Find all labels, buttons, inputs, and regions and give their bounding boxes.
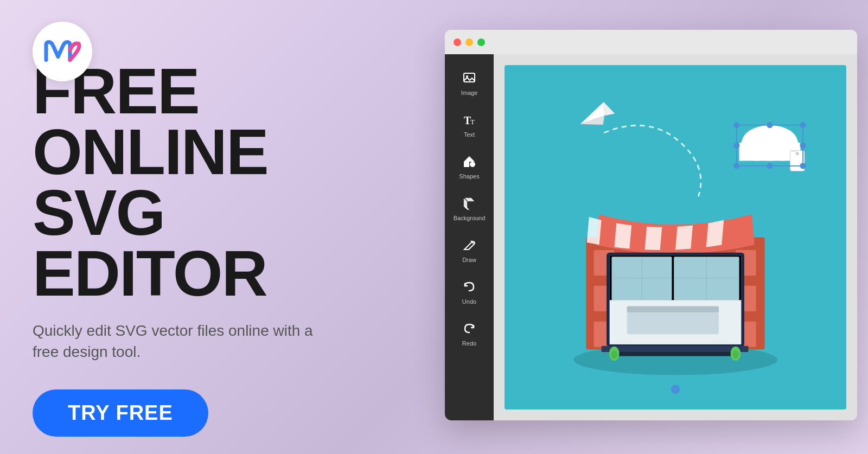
toolbar: Image T T Text <box>445 54 494 420</box>
svg-point-62 <box>733 163 739 169</box>
svg-marker-6 <box>464 156 475 162</box>
browser-dot-red <box>454 39 461 46</box>
svg-point-66 <box>733 143 739 149</box>
main-heading: FREE ONLINE SVG EDITOR <box>33 61 401 304</box>
right-section: Image T T Text <box>401 0 868 454</box>
logo-container <box>33 22 92 81</box>
svg-point-46 <box>611 350 617 359</box>
svg-point-48 <box>732 350 738 359</box>
tool-undo-label: Undo <box>462 298 476 305</box>
canvas-illustration <box>505 65 846 410</box>
tool-redo[interactable]: Redo <box>448 316 491 353</box>
svg-text:T: T <box>470 118 475 126</box>
text-icon: T T <box>463 113 476 129</box>
svg-rect-0 <box>464 73 475 82</box>
svg-point-61 <box>800 122 806 128</box>
browser-dot-yellow <box>465 39 473 46</box>
background-icon <box>463 197 476 212</box>
canvas-area <box>494 54 857 420</box>
logo-icon <box>43 38 81 65</box>
tool-text[interactable]: T T Text <box>448 107 491 144</box>
image-icon <box>463 72 476 87</box>
heading-line2: SVG EDITOR <box>33 177 267 309</box>
svg-rect-43 <box>602 346 749 352</box>
logo-circle <box>33 22 92 81</box>
tool-undo[interactable]: Undo <box>448 274 491 311</box>
svg-point-67 <box>800 143 806 149</box>
redo-icon <box>463 322 476 337</box>
undo-icon <box>463 280 476 296</box>
tool-shapes[interactable]: Shapes <box>448 149 491 186</box>
draw-icon <box>463 239 476 254</box>
browser-header <box>445 30 857 54</box>
tool-text-label: Text <box>464 131 475 138</box>
svg-point-5 <box>470 162 475 167</box>
editor-body: Image T T Text <box>445 54 857 420</box>
svg-rect-4 <box>464 162 469 167</box>
tool-redo-label: Redo <box>462 340 476 347</box>
tool-shapes-label: Shapes <box>459 173 479 180</box>
browser-window: Image T T Text <box>445 30 857 420</box>
left-section: FREE ONLINE SVG EDITOR Quickly edit SVG … <box>33 0 401 454</box>
tool-background[interactable]: Background <box>448 190 491 228</box>
svg-point-57 <box>796 152 799 155</box>
svg-point-63 <box>800 163 806 169</box>
tool-background-label: Background <box>454 215 486 221</box>
content-area: FREE ONLINE SVG EDITOR Quickly edit SVG … <box>33 61 401 437</box>
svg-rect-42 <box>627 306 719 312</box>
svg-point-64 <box>767 122 773 128</box>
svg-point-60 <box>733 122 739 128</box>
svg-rect-44 <box>618 352 732 356</box>
subtitle-text: Quickly edit SVG vector files online wit… <box>33 320 315 362</box>
svg-point-68 <box>671 385 680 394</box>
tool-image[interactable]: Image <box>448 65 491 103</box>
try-free-button[interactable]: TRY FREE <box>33 389 208 437</box>
browser-dot-green <box>477 39 485 46</box>
svg-point-65 <box>767 163 773 169</box>
canvas-content <box>505 65 846 410</box>
svg-rect-41 <box>627 309 719 334</box>
tool-draw-label: Draw <box>462 257 476 263</box>
tool-image-label: Image <box>461 89 478 96</box>
tool-draw[interactable]: Draw <box>448 232 491 270</box>
shapes-icon <box>463 155 476 170</box>
